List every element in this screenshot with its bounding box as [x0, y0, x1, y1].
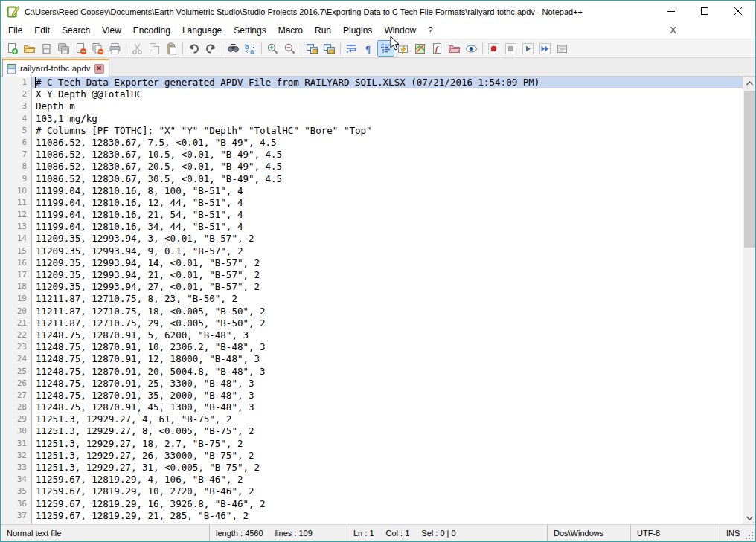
editor-line-30[interactable]: 3011251.3, 12929.27, 8, <0.005, "B-75", …: [1, 425, 743, 437]
editor-line-34[interactable]: 3411259.67, 12819.29, 4, 106, "B-46", 2: [1, 474, 743, 485]
zoom-in-icon[interactable]: [264, 40, 281, 57]
title-bar[interactable]: C:\Users\Reed Copsey\Documents\Earth Vol…: [1, 1, 755, 22]
new-file-icon[interactable]: [4, 40, 21, 57]
editor-line-3[interactable]: 3Depth m: [1, 100, 743, 112]
menu-run[interactable]: Run: [309, 23, 337, 38]
editor-line-14[interactable]: 1411209.35, 12993.94, 3, <0.01, "B-57", …: [1, 233, 743, 245]
vertical-scrollbar[interactable]: [743, 77, 755, 524]
line-text[interactable]: 11209.35, 12993.94, 14, <0.01, "B-57", 2: [32, 257, 743, 269]
menu-encoding[interactable]: Encoding: [127, 23, 176, 38]
status-eol-format[interactable]: Dos\Windows: [547, 525, 630, 541]
editor-line-29[interactable]: 2911251.3, 12929.27, 4, 61, "B-75", 2: [1, 413, 743, 425]
editor-line-37[interactable]: 3711259.67, 12819.29, 21, 285, "B-46", 2: [1, 510, 743, 522]
find-icon[interactable]: [225, 40, 242, 57]
replace-icon[interactable]: ba: [242, 40, 259, 57]
editor-line-16[interactable]: 1611209.35, 12993.94, 14, <0.01, "B-57",…: [1, 257, 743, 269]
zoom-out-icon[interactable]: [281, 40, 298, 57]
sync-horizontal-scroll-icon[interactable]: [321, 40, 338, 57]
line-text[interactable]: 11211.87, 12710.75, 18, <0.005, "B-50", …: [32, 306, 743, 317]
line-text[interactable]: 11211.87, 12710.75, 29, <0.005, "B-50", …: [32, 317, 743, 329]
monitoring-eye-icon[interactable]: [463, 40, 480, 57]
cut-icon[interactable]: [129, 40, 146, 57]
editor-line-4[interactable]: 4103,1 mg/kg: [1, 113, 743, 125]
editor-line-27[interactable]: 2711248.75, 12870.91, 35, 2000, "B-48", …: [1, 390, 743, 401]
editor-line-38[interactable]: 3811259.67, 12819.29, 26, <0.005, "B-46"…: [1, 522, 743, 524]
user-defined-language-icon[interactable]: [394, 40, 411, 57]
line-text[interactable]: 11211.87, 12710.75, 8, 23, "B-50", 2: [32, 293, 743, 305]
line-text[interactable]: 11248.75, 12870.91, 10, 2306.2, "B-48", …: [32, 341, 743, 353]
editor-line-18[interactable]: 1811209.35, 12993.94, 27, <0.01, "B-57",…: [1, 281, 743, 293]
save-all-icon[interactable]: [55, 40, 72, 57]
line-text[interactable]: 11086.52, 12830.67, 30.5, <0.01, "B-49",…: [32, 173, 743, 185]
editor-line-33[interactable]: 3311251.3, 12929.27, 31, <0.005, "B-75",…: [1, 462, 743, 474]
line-text[interactable]: 11259.67, 12819.29, 21, 285, "B-46", 2: [32, 510, 743, 522]
show-all-characters-icon[interactable]: ¶: [360, 40, 377, 57]
line-text[interactable]: 11259.67, 12819.29, 4, 106, "B-46", 2: [32, 474, 743, 485]
line-text[interactable]: 11251.3, 12929.27, 26, 33000, "B-75", 2: [32, 450, 743, 462]
editor-line-19[interactable]: 1911211.87, 12710.75, 8, 23, "B-50", 2: [1, 293, 743, 305]
word-wrap-icon[interactable]: [343, 40, 360, 57]
line-text[interactable]: 11248.75, 12870.91, 35, 2000, "B-48", 3: [32, 390, 743, 401]
editor-line-17[interactable]: 1711209.35, 12993.94, 21, <0.01, "B-57",…: [1, 269, 743, 281]
line-text[interactable]: 103,1 mg/kg: [32, 113, 743, 125]
line-text[interactable]: 11199.04, 12810.16, 21, 54, "B-51", 4: [32, 209, 743, 221]
editor-line-11[interactable]: 1111199.04, 12810.16, 12, 44, "B-51", 4: [1, 197, 743, 209]
status-insert-mode[interactable]: INS: [720, 525, 751, 541]
line-text[interactable]: 11209.35, 12993.94, 3, <0.01, "B-57", 2: [32, 233, 743, 245]
line-text[interactable]: 11259.67, 12819.29, 26, <0.005, "B-46", …: [32, 522, 743, 524]
editor-line-7[interactable]: 711086.52, 12830.67, 10.5, <0.01, "B-49"…: [1, 149, 743, 161]
editor-line-21[interactable]: 2111211.87, 12710.75, 29, <0.005, "B-50"…: [1, 317, 743, 329]
line-text[interactable]: 11209.35, 12993.94, 27, <0.01, "B-57", 2: [32, 281, 743, 293]
editor-line-12[interactable]: 1211199.04, 12810.16, 21, 54, "B-51", 4: [1, 209, 743, 221]
menu-language[interactable]: Language: [176, 23, 228, 38]
close-file-icon[interactable]: [72, 40, 89, 57]
macro-save-icon[interactable]: [554, 40, 571, 57]
line-text[interactable]: 11248.75, 12870.91, 45, 1300, "B-48", 3: [32, 401, 743, 413]
folder-as-workspace-icon[interactable]: [446, 40, 463, 57]
editor-line-20[interactable]: 2011211.87, 12710.75, 18, <0.005, "B-50"…: [1, 306, 743, 317]
line-text[interactable]: 11251.3, 12929.27, 18, 2.7, "B-75", 2: [32, 438, 743, 450]
line-text[interactable]: 11209.35, 12993.94, 21, <0.01, "B-57", 2: [32, 269, 743, 281]
editor-line-1[interactable]: 1# C Tech Data Exporter generated APDV F…: [1, 77, 743, 88]
line-text[interactable]: 11086.52, 12830.67, 7.5, <0.01, "B-49", …: [32, 137, 743, 149]
line-text[interactable]: X Y Depth @@TotalHC: [32, 88, 743, 100]
line-text[interactable]: 11251.3, 12929.27, 4, 61, "B-75", 2: [32, 413, 743, 425]
line-text[interactable]: # Columns [PF TOTHC]: "X" "Y" "Depth" "T…: [32, 125, 743, 137]
editor-line-22[interactable]: 2211248.75, 12870.91, 5, 6200, "B-48", 3: [1, 329, 743, 341]
editor-line-9[interactable]: 911086.52, 12830.67, 30.5, <0.01, "B-49"…: [1, 173, 743, 185]
editor-line-35[interactable]: 3511259.67, 12819.29, 10, 2720, "B-46", …: [1, 485, 743, 497]
line-text[interactable]: 11209.35, 12993.94, 9, 0.1, "B-57", 2: [32, 245, 743, 257]
menu-search[interactable]: Search: [56, 23, 96, 38]
tab-close-icon[interactable]: ✕: [94, 64, 104, 74]
paste-icon[interactable]: [163, 40, 180, 57]
line-text[interactable]: 11199.04, 12810.16, 34, 44, "B-51", 4: [32, 221, 743, 233]
editor-line-31[interactable]: 3111251.3, 12929.27, 18, 2.7, "B-75", 2: [1, 438, 743, 450]
resize-grip[interactable]: [751, 525, 755, 541]
line-text[interactable]: 11248.75, 12870.91, 20, 5004.8, "B-48", …: [32, 366, 743, 378]
editor-line-5[interactable]: 5# Columns [PF TOTHC]: "X" "Y" "Depth" "…: [1, 125, 743, 137]
editor-line-24[interactable]: 2411248.75, 12870.91, 12, 18000, "B-48",…: [1, 353, 743, 365]
editor-line-36[interactable]: 3611259.67, 12819.29, 16, 3926.8, "B-46"…: [1, 498, 743, 510]
editor-line-15[interactable]: 1511209.35, 12993.94, 9, 0.1, "B-57", 2: [1, 245, 743, 257]
menu-macro[interactable]: Macro: [272, 23, 309, 38]
maximize-button[interactable]: [688, 1, 722, 22]
editor-line-32[interactable]: 3211251.3, 12929.27, 26, 33000, "B-75", …: [1, 450, 743, 462]
status-encoding[interactable]: UTF-8: [630, 525, 720, 541]
scroll-down-arrow-icon[interactable]: [743, 512, 755, 524]
macro-stop-icon[interactable]: [502, 40, 519, 57]
save-icon[interactable]: [38, 40, 55, 57]
redo-icon[interactable]: [202, 40, 220, 57]
menu-help[interactable]: ?: [422, 23, 439, 38]
close-button[interactable]: [722, 1, 755, 22]
macro-play-icon[interactable]: [519, 40, 536, 57]
line-text[interactable]: 11251.3, 12929.27, 31, <0.005, "B-75", 2: [32, 462, 743, 474]
editor-line-25[interactable]: 2511248.75, 12870.91, 20, 5004.8, "B-48"…: [1, 366, 743, 378]
line-text[interactable]: 11199.04, 12810.16, 8, 100, "B-51", 4: [32, 185, 743, 197]
menu-plugins[interactable]: Plugins: [337, 23, 378, 38]
line-text[interactable]: 11086.52, 12830.67, 10.5, <0.01, "B-49",…: [32, 149, 743, 161]
line-text[interactable]: 11199.04, 12810.16, 12, 44, "B-51", 4: [32, 197, 743, 209]
editor-line-8[interactable]: 811086.52, 12830.67, 20.5, <0.01, "B-49"…: [1, 161, 743, 172]
menu-settings[interactable]: Settings: [228, 23, 272, 38]
document-map-icon[interactable]: [411, 40, 429, 57]
editor-line-13[interactable]: 1311199.04, 12810.16, 34, 44, "B-51", 4: [1, 221, 743, 233]
